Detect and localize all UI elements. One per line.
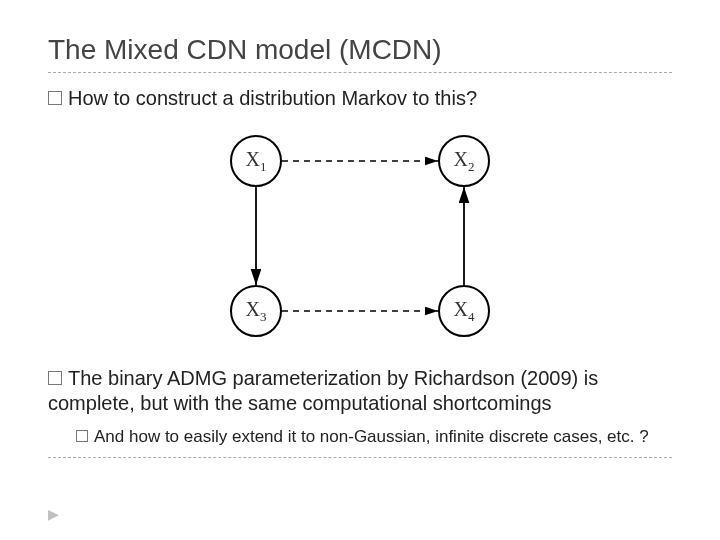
node-x2: X2	[438, 135, 490, 187]
node-x2-label: X2	[454, 148, 475, 175]
bullet-1: How to construct a distribution Markov t…	[48, 87, 672, 110]
title-divider	[48, 72, 672, 73]
footer-divider	[48, 457, 672, 458]
bullet-2-sub-text: And how to easily extend it to non-Gauss…	[94, 427, 649, 446]
checkbox-icon	[48, 371, 62, 385]
footer-arrow-icon: ▶	[48, 506, 59, 522]
slide: The Mixed CDN model (MCDN) How to constr…	[0, 0, 720, 540]
bullet-2-sub: And how to easily extend it to non-Gauss…	[76, 426, 672, 447]
checkbox-icon	[76, 430, 88, 442]
node-x1: X1	[230, 135, 282, 187]
checkbox-icon	[48, 91, 62, 105]
admg-diagram: X1 X2 X3 X4	[190, 120, 530, 360]
bullet-2-text: The binary ADMG parameterization by Rich…	[48, 367, 598, 414]
node-x1-label: X1	[246, 148, 267, 175]
node-x3-label: X3	[246, 298, 267, 325]
node-x3: X3	[230, 285, 282, 337]
diagram-container: X1 X2 X3 X4	[48, 120, 672, 360]
slide-title: The Mixed CDN model (MCDN)	[48, 34, 672, 66]
node-x4-label: X4	[454, 298, 475, 325]
bullet-2: The binary ADMG parameterization by Rich…	[48, 366, 672, 416]
bullet-1-text: How to construct a distribution Markov t…	[68, 87, 477, 109]
node-x4: X4	[438, 285, 490, 337]
